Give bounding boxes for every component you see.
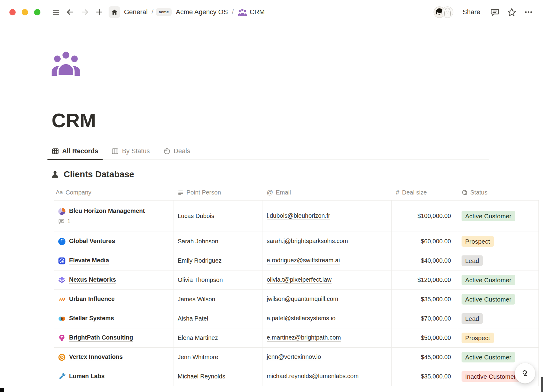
status-badge: Prospect — [462, 236, 494, 247]
share-button[interactable]: Share — [461, 7, 482, 17]
tab-by-status[interactable]: By Status — [111, 147, 150, 160]
email-cell[interactable]: olivia.t@pixelperfect.law — [262, 270, 392, 289]
deal-size-cell[interactable]: $45,000.00 — [392, 348, 457, 367]
deal-size-cell[interactable]: $120,000.00 — [392, 270, 457, 289]
deal-size-cell[interactable]: $100,000.00 — [392, 201, 457, 232]
deal-size-cell[interactable]: $60,000.00 — [392, 232, 457, 251]
minimize-window-button[interactable] — [22, 9, 28, 15]
page-icon-people[interactable] — [51, 49, 81, 76]
table-row: Urban Influence James Wilson jwilson@qua… — [54, 289, 539, 309]
breadcrumb-workspace[interactable]: Acme Agency OS — [175, 8, 229, 17]
point-person-cell[interactable]: Emily Rodriguez — [173, 251, 262, 270]
status-cell[interactable]: Active Customer — [457, 201, 539, 232]
notion-ai-face-icon — [520, 368, 531, 379]
status-cell[interactable]: Lead — [457, 309, 539, 328]
point-person-value: Emily Rodriguez — [178, 257, 222, 264]
deal-size-cell[interactable]: $35,000.00 — [392, 367, 457, 386]
column-header-status[interactable]: Status — [457, 185, 539, 200]
company-cell[interactable]: Global Ventures — [54, 232, 173, 251]
company-page-link[interactable]: Global Ventures — [69, 238, 115, 245]
point-person-cell[interactable]: Lucas Dubois — [173, 201, 262, 232]
sidebar-menu-button[interactable] — [51, 7, 61, 17]
tab-deals[interactable]: Deals — [163, 147, 191, 160]
company-cell[interactable]: Vertex Innovations — [54, 348, 173, 367]
company-cell[interactable]: Nexus Networks — [54, 270, 173, 289]
email-cell[interactable]: e.martinez@brightpath.com — [262, 328, 392, 347]
status-icon — [462, 189, 468, 195]
ai-assistant-button[interactable] — [515, 363, 535, 384]
company-cell[interactable]: BrightPath Consulting — [54, 328, 173, 347]
company-page-link[interactable]: BrightPath Consulting — [69, 334, 133, 342]
status-cell[interactable]: Active Customer — [457, 290, 539, 309]
window-titlebar: General / acme Acme Agency OS / CRM Shar… — [0, 0, 543, 24]
deal-size-cell[interactable]: $50,000.00 — [392, 328, 457, 347]
company-logo-icon — [58, 238, 66, 245]
table-row: Lumen Labs Michael Reynolds michael.reyn… — [54, 367, 539, 386]
company-page-link[interactable]: Stellar Systems — [69, 315, 114, 322]
point-person-cell[interactable]: James Wilson — [173, 290, 262, 309]
database-title[interactable]: Clients Database — [64, 169, 134, 179]
status-cell[interactable]: Lead — [457, 251, 539, 270]
company-page-link[interactable]: Urban Influence — [69, 296, 115, 303]
email-cell[interactable]: jenn@vertexinnov.io — [262, 348, 392, 367]
comment-indicator[interactable]: 1 — [58, 218, 71, 225]
point-person-cell[interactable]: Jenn Whitmore — [173, 348, 262, 367]
company-page-link[interactable]: Nexus Networks — [69, 276, 116, 284]
forward-button[interactable] — [80, 7, 90, 17]
workspace-logo-badge[interactable]: acme — [156, 8, 172, 16]
status-badge: Active Customer — [462, 294, 515, 305]
company-page-link[interactable]: Elevate Media — [69, 257, 109, 264]
deal-size-value: $35,000.00 — [421, 296, 451, 303]
company-cell[interactable]: Lumen Labs — [54, 367, 173, 386]
point-person-cell[interactable]: Aisha Patel — [173, 309, 262, 328]
email-link: sarah.j@brightsparksolns.com — [267, 238, 348, 245]
number-hash-icon: # — [396, 189, 399, 196]
column-header-company[interactable]: Aa Company — [54, 185, 173, 200]
collaborator-avatars[interactable] — [433, 6, 453, 18]
column-header-deal-size[interactable]: # Deal size — [392, 185, 457, 200]
company-cell[interactable]: Urban Influence — [54, 290, 173, 309]
email-cell[interactable]: jwilson@quantumquill.com — [262, 290, 392, 309]
tab-all-records[interactable]: All Records — [51, 147, 99, 160]
email-cell[interactable]: e.rodriguez@swiftstream.ai — [262, 251, 392, 270]
email-link: l.dubois@bleuhorizon.fr — [267, 212, 330, 220]
company-page-link[interactable]: Bleu Horizon Management — [69, 207, 145, 215]
close-window-button[interactable] — [9, 9, 16, 15]
email-cell[interactable]: l.dubois@bleuhorizon.fr — [262, 201, 392, 232]
point-person-cell[interactable]: Olivia Thompson — [173, 270, 262, 289]
more-options-button[interactable] — [522, 6, 535, 18]
deal-size-value: $45,000.00 — [421, 354, 451, 361]
back-button[interactable] — [65, 7, 75, 17]
status-cell[interactable]: Prospect — [457, 232, 539, 251]
company-cell[interactable]: Bleu Horizon Management 1 — [54, 201, 173, 232]
status-cell[interactable]: Prospect — [457, 328, 539, 347]
status-cell[interactable]: Active Customer — [457, 270, 539, 289]
company-page-link[interactable]: Vertex Innovations — [69, 353, 123, 361]
column-header-email[interactable]: @ Email — [262, 185, 392, 200]
breadcrumb-page[interactable]: CRM — [237, 8, 266, 17]
email-cell[interactable]: sarah.j@brightsparksolns.com — [262, 232, 392, 251]
favorite-button[interactable] — [506, 6, 518, 18]
deal-size-cell[interactable]: $70,000.00 — [392, 309, 457, 328]
new-page-button[interactable] — [94, 7, 104, 17]
zoom-window-button[interactable] — [34, 9, 40, 15]
deal-size-cell[interactable]: $35,000.00 — [392, 290, 457, 309]
company-cell[interactable]: Elevate Media — [54, 251, 173, 270]
point-person-cell[interactable]: Sarah Johnson — [173, 232, 262, 251]
deal-size-cell[interactable]: $40,000.00 — [392, 251, 457, 270]
status-badge: Lead — [462, 313, 483, 324]
point-person-cell[interactable]: Michael Reynolds — [173, 367, 262, 386]
company-page-link[interactable]: Lumen Labs — [69, 373, 105, 380]
company-cell[interactable]: Stellar Systems — [54, 309, 173, 328]
point-person-value: Elena Martinez — [178, 334, 218, 341]
avatar[interactable] — [442, 6, 453, 18]
breadcrumb-general[interactable]: General — [123, 8, 149, 17]
column-header-point-person[interactable]: Point Person — [173, 185, 262, 200]
point-person-cell[interactable]: Elena Martinez — [173, 328, 262, 347]
comments-button[interactable] — [489, 6, 501, 18]
table-row: Vertex Innovations Jenn Whitmore jenn@ve… — [54, 347, 539, 367]
email-cell[interactable]: michael.reynolds@lumenlabs.com — [262, 367, 392, 386]
home-button[interactable] — [109, 6, 120, 18]
scrollbar-thumb[interactable] — [541, 377, 543, 392]
email-cell[interactable]: a.patel@stellarsystems.io — [262, 309, 392, 328]
